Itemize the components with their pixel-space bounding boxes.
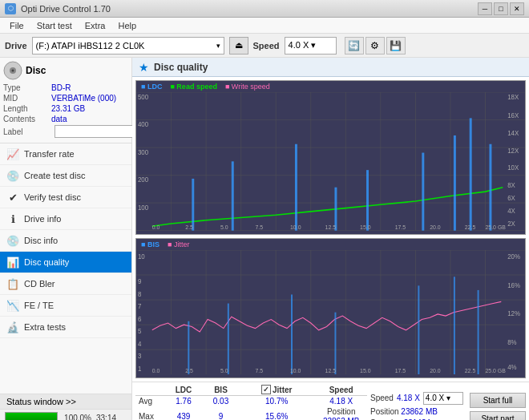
svg-rect-40 xyxy=(454,135,456,231)
drive-dropdown[interactable]: (F:) ATAPI iHBS112 2 CL0K ▾ xyxy=(32,37,224,55)
svg-rect-87 xyxy=(291,294,293,374)
svg-text:0.0: 0.0 xyxy=(152,223,160,230)
jitter-checkbox[interactable]: ✓ xyxy=(261,385,271,394)
stats-area: LDC BIS ✓ Jitter Speed xyxy=(132,382,529,420)
content-area: ★ Disc quality ■ LDC ■ Read speed ■ Writ… xyxy=(132,58,529,420)
sidebar-item-cd-bler[interactable]: 📋 CD Bler xyxy=(0,273,131,295)
svg-text:25.0 GB: 25.0 GB xyxy=(486,223,507,230)
status-window-button[interactable]: Status window >> xyxy=(0,394,131,410)
start-buttons: Start full Start part xyxy=(470,384,526,420)
svg-rect-89 xyxy=(418,285,419,374)
menu-file[interactable]: File xyxy=(3,19,30,32)
svg-text:5.0: 5.0 xyxy=(220,223,228,230)
sidebar-label-create-test-disc: Create test disc xyxy=(24,171,85,180)
top-chart-container: ■ LDC ■ Read speed ■ Write speed xyxy=(135,80,526,235)
sidebar: Disc Type BD-R MID VERBATiMe (000) Lengt… xyxy=(0,58,132,420)
disc-section: Disc Type BD-R MID VERBATiMe (000) Lengt… xyxy=(0,58,131,143)
sidebar-item-extra-tests[interactable]: 🔬 Extra tests xyxy=(0,317,131,338)
svg-text:17.5: 17.5 xyxy=(395,223,406,230)
menu-bar: File Start test Extra Help xyxy=(0,18,529,34)
disc-field-contents: Contents data xyxy=(3,115,128,123)
svg-text:16%: 16% xyxy=(507,281,520,289)
maximize-button[interactable]: □ xyxy=(494,2,508,15)
svg-text:16X: 16X xyxy=(507,112,519,119)
sidebar-item-fe-te[interactable]: 📉 FE / TE xyxy=(0,295,131,317)
top-chart-svg: 500 400 300 200 100 18X 16X 14X 12X 10X … xyxy=(136,92,525,231)
legend-jitter: ■ Jitter xyxy=(168,240,189,248)
legend-read-speed: ■ Read speed xyxy=(170,83,216,91)
stats-max-bis: 9 xyxy=(204,406,238,420)
save-icon[interactable]: 💾 xyxy=(386,37,406,55)
minimize-button[interactable]: ─ xyxy=(478,2,492,15)
speed-row: Speed 4.18 X 4.0 X ▾ xyxy=(370,392,466,405)
speed-dropdown-small[interactable]: 4.0 X ▾ xyxy=(423,392,463,405)
disc-field-label-row: Label 🔒 xyxy=(3,125,128,138)
svg-text:7.5: 7.5 xyxy=(255,223,263,230)
eject-button[interactable]: ⏏ xyxy=(229,37,248,55)
menu-extra[interactable]: Extra xyxy=(79,19,112,32)
bottom-chart-legend: ■ BIS ■ Jitter xyxy=(136,239,525,250)
svg-rect-42 xyxy=(489,144,491,231)
svg-rect-88 xyxy=(334,312,336,374)
svg-text:6: 6 xyxy=(138,314,142,323)
stats-row-avg: Avg 1.76 0.03 10.7% 4.18 X xyxy=(135,396,367,407)
start-part-button[interactable]: Start part xyxy=(470,411,526,421)
fe-te-icon: 📉 xyxy=(6,299,19,312)
legend-write-speed: ■ Write speed xyxy=(225,83,270,91)
speed-dropdown[interactable]: 4.0 X ▾ xyxy=(285,37,337,55)
verify-test-disc-icon: ✔ xyxy=(6,191,19,204)
svg-text:4X: 4X xyxy=(507,208,515,215)
col-header-bis: BIS xyxy=(204,384,238,396)
position-static-value: 23862 MB xyxy=(401,407,438,416)
svg-text:15.0: 15.0 xyxy=(360,366,370,374)
svg-text:10: 10 xyxy=(138,252,145,260)
speed-value: 4.0 X ▾ xyxy=(289,40,317,50)
sidebar-item-transfer-rate[interactable]: 📈 Transfer rate xyxy=(0,143,131,165)
stats-avg-bis: 0.03 xyxy=(204,396,238,407)
svg-text:12.5: 12.5 xyxy=(325,223,336,230)
svg-text:15.0: 15.0 xyxy=(360,223,370,230)
cd-bler-icon: 📋 xyxy=(6,277,19,290)
sidebar-label-cd-bler: CD Bler xyxy=(24,279,55,289)
close-button[interactable]: ✕ xyxy=(510,2,524,15)
speed-value-display: 4.18 X xyxy=(397,394,420,402)
svg-rect-35 xyxy=(232,161,234,230)
quality-title: Disc quality xyxy=(154,62,208,73)
svg-text:2X: 2X xyxy=(507,220,515,228)
svg-rect-54 xyxy=(136,250,525,374)
settings-icon[interactable]: ⚙ xyxy=(365,37,385,55)
sidebar-label-extra-tests: Extra tests xyxy=(24,322,66,332)
svg-text:12.5: 12.5 xyxy=(325,366,336,374)
svg-text:18X: 18X xyxy=(507,93,519,100)
disc-field-length: Length 23.31 GB xyxy=(3,104,128,113)
col-header-ldc: LDC xyxy=(164,384,204,396)
sidebar-item-disc-quality[interactable]: 📊 Disc quality xyxy=(0,252,131,273)
menu-start-test[interactable]: Start test xyxy=(30,19,79,32)
drive-text: (F:) ATAPI iHBS112 2 CL0K xyxy=(36,41,213,50)
svg-rect-90 xyxy=(454,277,455,374)
app-title: Opti Drive Control 1.70 xyxy=(21,4,111,14)
nav-items: 📈 Transfer rate 💿 Create test disc ✔ Ver… xyxy=(0,143,131,394)
stats-max-jitter: 15.6% xyxy=(238,406,315,420)
svg-text:10.0: 10.0 xyxy=(290,223,301,230)
refresh-icon[interactable]: 🔄 xyxy=(345,37,364,55)
svg-text:20%: 20% xyxy=(507,252,520,260)
svg-text:9: 9 xyxy=(138,277,142,285)
svg-text:12%: 12% xyxy=(507,309,520,317)
svg-rect-36 xyxy=(295,144,297,231)
svg-text:22.5: 22.5 xyxy=(465,366,475,374)
sidebar-item-verify-test-disc[interactable]: ✔ Verify test disc xyxy=(0,187,131,208)
menu-help[interactable]: Help xyxy=(111,19,143,32)
start-full-button[interactable]: Start full xyxy=(470,393,526,408)
speed-label: Speed xyxy=(253,41,280,50)
legend-ldc: ■ LDC xyxy=(141,83,162,91)
svg-text:2.5: 2.5 xyxy=(185,223,193,230)
sidebar-label-disc-quality: Disc quality xyxy=(24,257,69,267)
svg-rect-38 xyxy=(366,170,369,231)
quality-header: ★ Disc quality xyxy=(132,58,529,77)
sidebar-item-drive-info[interactable]: ℹ Drive info xyxy=(0,208,131,230)
stats-avg-ldc: 1.76 xyxy=(164,396,204,407)
sidebar-item-disc-info[interactable]: 💿 Disc info xyxy=(0,230,131,252)
progress-bar-fill xyxy=(6,413,57,420)
sidebar-item-create-test-disc[interactable]: 💿 Create test disc xyxy=(0,165,131,187)
